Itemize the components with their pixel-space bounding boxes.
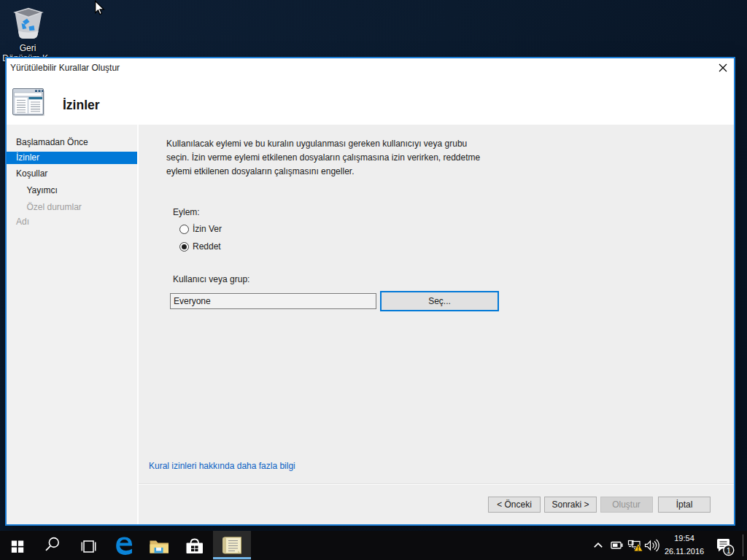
svg-text:1: 1 <box>727 546 731 555</box>
